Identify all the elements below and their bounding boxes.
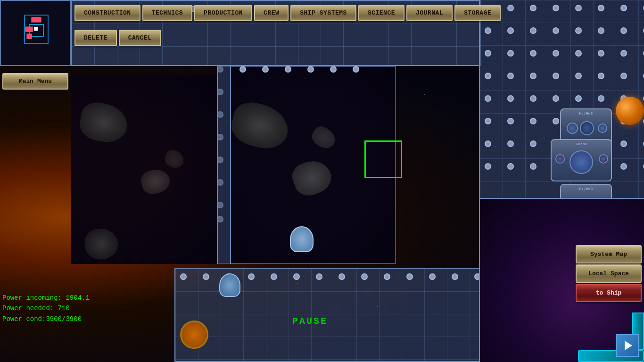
svg-rect-2 bbox=[32, 17, 41, 22]
power-incoming-text: Power incoming: 1904.1 bbox=[2, 293, 90, 303]
svg-rect-3 bbox=[25, 27, 33, 32]
power-cond-text: Power cond:3900/3900 bbox=[2, 314, 90, 324]
left-space-area bbox=[71, 75, 217, 264]
minimap-ship-svg bbox=[15, 10, 58, 58]
local-space-button[interactable]: Local Space bbox=[576, 264, 642, 283]
construction-button[interactable]: CONSTRUCTION bbox=[74, 5, 140, 21]
game-viewport: H₂/He3 GR/M3 H₂/He3 bbox=[0, 0, 644, 362]
crew-button[interactable]: CREW bbox=[254, 5, 289, 21]
pause-indicator: PAUSE bbox=[292, 316, 328, 327]
top-navigation: CONSTRUCTION TECHNICS PRODUCTION CREW SH… bbox=[71, 0, 644, 26]
to-ship-button[interactable]: to Ship bbox=[576, 284, 642, 302]
minimap bbox=[0, 0, 71, 66]
play-icon bbox=[625, 341, 632, 350]
main-menu-button[interactable]: Main Menu bbox=[2, 73, 68, 90]
play-button[interactable] bbox=[616, 334, 639, 357]
storage-button[interactable]: STORAGE bbox=[454, 5, 501, 21]
science-button[interactable]: SCIENCE bbox=[358, 5, 405, 21]
right-panel: System Map Local Space to Ship bbox=[576, 245, 644, 302]
system-map-button[interactable]: System Map bbox=[576, 245, 642, 263]
status-display: Power incoming: 1904.1 Power needed: 710… bbox=[2, 293, 90, 324]
cancel-button[interactable]: CANCEL bbox=[119, 30, 161, 46]
journal-button[interactable]: JOURNAL bbox=[406, 5, 453, 21]
svg-rect-4 bbox=[27, 34, 32, 39]
second-navigation: DELETE CANCEL bbox=[71, 26, 288, 49]
left-hull-strip bbox=[217, 66, 231, 264]
ship-systems-button[interactable]: SHIP SYSTEMS bbox=[290, 5, 356, 21]
technics-button[interactable]: TECHNICS bbox=[142, 5, 192, 21]
svg-rect-5 bbox=[34, 27, 38, 31]
delete-button[interactable]: DELETE bbox=[74, 30, 117, 46]
crew-unit-2 bbox=[219, 273, 240, 297]
crew-unit-1 bbox=[290, 226, 314, 252]
selection-box bbox=[364, 140, 402, 178]
power-needed-text: Power needed: 710 bbox=[2, 303, 90, 313]
production-button[interactable]: PRODUCTION bbox=[194, 5, 252, 21]
